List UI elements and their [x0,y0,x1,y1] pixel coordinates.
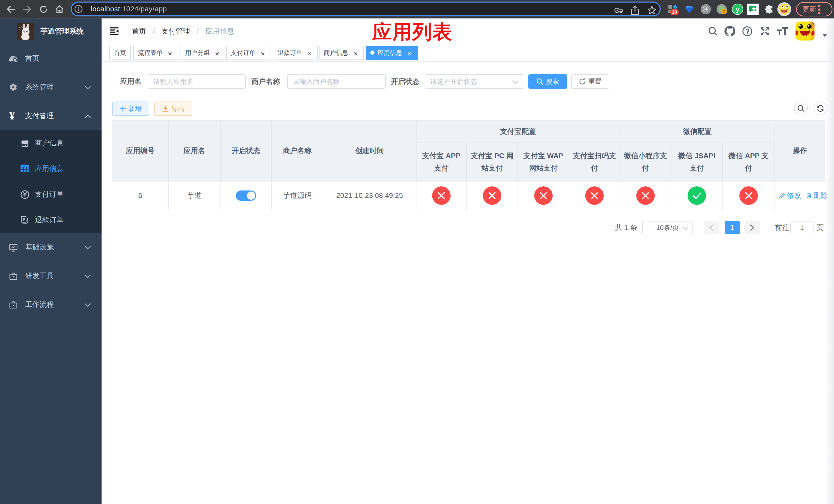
svg-text:y: y [736,6,740,13]
svg-text:⌘: ⌘ [702,5,709,13]
